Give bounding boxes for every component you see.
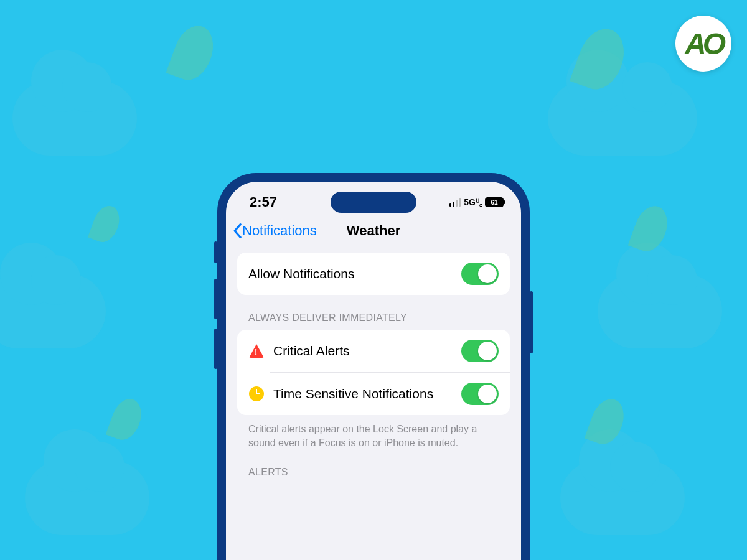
clock-icon bbox=[248, 386, 265, 402]
brand-logo: AO bbox=[675, 16, 731, 72]
status-right: 5Gᵁ꜀ 61 bbox=[449, 197, 504, 208]
allow-notifications-label: Allow Notifications bbox=[248, 266, 453, 281]
warning-triangle-icon bbox=[248, 343, 265, 359]
bg-leaf bbox=[88, 202, 124, 246]
status-time: 2:57 bbox=[250, 194, 277, 210]
side-button bbox=[214, 329, 217, 369]
back-label: Notifications bbox=[242, 223, 317, 239]
section-footer-critical: Critical alerts appear on the Lock Scree… bbox=[237, 415, 510, 449]
page-title: Weather bbox=[347, 223, 400, 239]
deliver-immediately-group: Critical Alerts Time Sensitive Notificat… bbox=[237, 330, 510, 415]
settings-content: Allow Notifications ALWAYS DELIVER IMMED… bbox=[226, 248, 521, 484]
side-button bbox=[530, 291, 533, 353]
allow-notifications-row[interactable]: Allow Notifications bbox=[237, 253, 510, 295]
back-button[interactable]: Notifications bbox=[232, 223, 317, 239]
bg-leaf bbox=[628, 202, 674, 256]
bg-cloud bbox=[598, 274, 722, 348]
side-button bbox=[214, 279, 217, 319]
critical-alerts-label: Critical Alerts bbox=[273, 343, 453, 358]
bg-cloud bbox=[25, 460, 149, 535]
bg-cloud bbox=[0, 274, 106, 348]
section-header-always-deliver: ALWAYS DELIVER IMMEDIATELY bbox=[237, 295, 510, 330]
bg-leaf bbox=[166, 20, 220, 85]
bg-cloud bbox=[12, 81, 137, 156]
time-sensitive-row[interactable]: Time Sensitive Notifications bbox=[237, 373, 510, 415]
bg-cloud bbox=[560, 460, 685, 535]
side-button bbox=[214, 241, 217, 263]
nav-bar: Notifications Weather bbox=[226, 218, 521, 248]
signal-icon bbox=[449, 198, 461, 207]
battery-icon: 61 bbox=[485, 197, 504, 207]
critical-alerts-toggle[interactable] bbox=[461, 340, 499, 362]
allow-notifications-group: Allow Notifications bbox=[237, 253, 510, 295]
dynamic-island bbox=[331, 192, 416, 213]
allow-notifications-toggle[interactable] bbox=[461, 263, 499, 285]
section-header-alerts: ALERTS bbox=[237, 449, 510, 484]
critical-alerts-row[interactable]: Critical Alerts bbox=[237, 330, 510, 372]
time-sensitive-label: Time Sensitive Notifications bbox=[273, 386, 453, 401]
phone-screen: 2:57 5Gᵁ꜀ 61 Notifications Weather Allow… bbox=[226, 182, 521, 560]
chevron-left-icon bbox=[232, 223, 242, 239]
phone-frame: 2:57 5Gᵁ꜀ 61 Notifications Weather Allow… bbox=[217, 173, 530, 560]
bg-leaf bbox=[106, 394, 147, 444]
battery-level: 61 bbox=[491, 199, 497, 206]
time-sensitive-toggle[interactable] bbox=[461, 383, 499, 405]
bg-cloud bbox=[548, 81, 697, 156]
network-label: 5Gᵁ꜀ bbox=[464, 197, 482, 208]
brand-logo-text: AO bbox=[685, 27, 722, 61]
